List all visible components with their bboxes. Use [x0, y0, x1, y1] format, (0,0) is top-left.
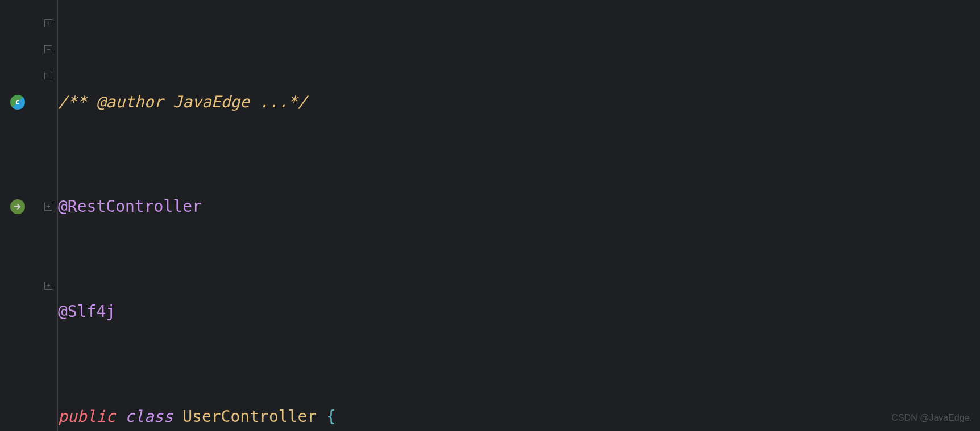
keyword-public: public [58, 404, 115, 430]
fold-collapse-icon[interactable] [44, 45, 52, 53]
code-line[interactable]: /** @author JavaEdge ...*/ [58, 89, 700, 115]
fold-collapse-icon[interactable] [44, 72, 52, 79]
watermark: CSDN @JavaEdge. [891, 411, 972, 425]
gutter-divider [57, 0, 58, 431]
class-gutter-icon[interactable] [10, 95, 25, 110]
class-name: UserController [182, 404, 317, 430]
code-line[interactable]: @RestController [58, 194, 700, 220]
fold-expand-icon[interactable] [44, 19, 52, 27]
code-line[interactable]: @Slf4j [58, 299, 700, 325]
code-line[interactable]: public class UserController { [58, 404, 700, 430]
brace: { [326, 404, 336, 430]
run-gutter-icon[interactable] [10, 199, 25, 214]
fold-expand-icon[interactable] [44, 203, 52, 211]
keyword-class: class [125, 404, 173, 430]
annotation: @RestController [58, 194, 202, 220]
fold-expand-icon[interactable] [44, 282, 52, 290]
code-editor[interactable]: /** @author JavaEdge ...*/ @RestControll… [0, 0, 980, 431]
code-area[interactable]: /** @author JavaEdge ...*/ @RestControll… [57, 0, 700, 431]
gutter [0, 0, 57, 431]
annotation: @Slf4j [58, 299, 115, 325]
doc-comment: /** @author JavaEdge ...*/ [58, 89, 307, 115]
